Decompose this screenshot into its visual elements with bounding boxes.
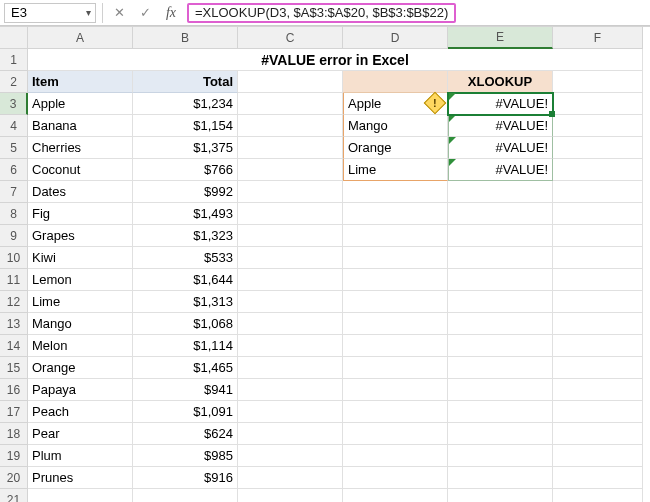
cell-F10[interactable] [553,247,643,269]
cell-B21[interactable] [133,489,238,502]
cell-E17[interactable] [448,401,553,423]
confirm-formula-button[interactable]: ✓ [135,3,155,23]
cell-E7[interactable] [448,181,553,203]
item-name[interactable]: Kiwi [28,247,133,269]
cell-E11[interactable] [448,269,553,291]
row-header-12[interactable]: 12 [0,291,28,313]
row-header-14[interactable]: 14 [0,335,28,357]
cell-A21[interactable] [28,489,133,502]
cell-F8[interactable] [553,203,643,225]
cell-F14[interactable] [553,335,643,357]
lookup-key[interactable]: Mango [343,115,448,137]
cell-D20[interactable] [343,467,448,489]
item-total[interactable]: $1,114 [133,335,238,357]
item-name[interactable]: Peach [28,401,133,423]
row-header-6[interactable]: 6 [0,159,28,181]
cell-C15[interactable] [238,357,343,379]
item-name[interactable]: Pear [28,423,133,445]
cell-D14[interactable] [343,335,448,357]
item-total[interactable]: $1,493 [133,203,238,225]
cell-F20[interactable] [553,467,643,489]
formula-input[interactable]: =XLOOKUP(D3, $A$3:$A$20, $B$3:$B$22) [187,3,456,23]
row-header-7[interactable]: 7 [0,181,28,203]
cell-F16[interactable] [553,379,643,401]
row-header-10[interactable]: 10 [0,247,28,269]
row-header-1[interactable]: 1 [0,49,28,71]
cell-F9[interactable] [553,225,643,247]
cell-C8[interactable] [238,203,343,225]
row-header-9[interactable]: 9 [0,225,28,247]
cell-E21[interactable] [448,489,553,502]
row-header-11[interactable]: 11 [0,269,28,291]
item-name[interactable]: Fig [28,203,133,225]
cell-C18[interactable] [238,423,343,445]
column-header-F[interactable]: F [553,27,643,49]
insert-function-button[interactable]: fx [161,3,181,23]
item-name[interactable]: Melon [28,335,133,357]
item-total[interactable]: $1,068 [133,313,238,335]
cell-F11[interactable] [553,269,643,291]
item-total[interactable]: $985 [133,445,238,467]
cell-E15[interactable] [448,357,553,379]
cell-C4[interactable] [238,115,343,137]
cell-D21[interactable] [343,489,448,502]
column-header-D[interactable]: D [343,27,448,49]
row-header-4[interactable]: 4 [0,115,28,137]
header-lookup-key[interactable] [343,71,448,93]
cell-F4[interactable] [553,115,643,137]
cell-C19[interactable] [238,445,343,467]
cell-E16[interactable] [448,379,553,401]
item-name[interactable]: Orange [28,357,133,379]
row-header-17[interactable]: 17 [0,401,28,423]
select-all-corner[interactable] [0,27,28,49]
cell-D9[interactable] [343,225,448,247]
header-xlookup[interactable]: XLOOKUP [448,71,553,93]
item-name[interactable]: Plum [28,445,133,467]
cell-C5[interactable] [238,137,343,159]
cell-C14[interactable] [238,335,343,357]
cell-F6[interactable] [553,159,643,181]
item-name[interactable]: Dates [28,181,133,203]
cell-C11[interactable] [238,269,343,291]
row-header-19[interactable]: 19 [0,445,28,467]
cell-F13[interactable] [553,313,643,335]
row-header-5[interactable]: 5 [0,137,28,159]
item-name[interactable]: Prunes [28,467,133,489]
item-total[interactable]: $1,313 [133,291,238,313]
item-total[interactable]: $1,323 [133,225,238,247]
chevron-down-icon[interactable]: ▾ [86,7,91,18]
cell-D18[interactable] [343,423,448,445]
item-name[interactable]: Mango [28,313,133,335]
item-total[interactable]: $992 [133,181,238,203]
page-title[interactable]: #VALUE error in Excel [28,49,643,71]
cell-E12[interactable] [448,291,553,313]
cell-C16[interactable] [238,379,343,401]
item-total[interactable]: $1,465 [133,357,238,379]
cell-F17[interactable] [553,401,643,423]
cell-D8[interactable] [343,203,448,225]
row-header-16[interactable]: 16 [0,379,28,401]
row-header-18[interactable]: 18 [0,423,28,445]
item-name[interactable]: Cherries [28,137,133,159]
item-name[interactable]: Grapes [28,225,133,247]
cell-C17[interactable] [238,401,343,423]
cell-C2[interactable] [238,71,343,93]
item-name[interactable]: Coconut [28,159,133,181]
cell-D11[interactable] [343,269,448,291]
item-total[interactable]: $533 [133,247,238,269]
lookup-result[interactable]: #VALUE! [448,137,553,159]
item-name[interactable]: Lemon [28,269,133,291]
item-total[interactable]: $1,234 [133,93,238,115]
column-header-C[interactable]: C [238,27,343,49]
cell-C3[interactable] [238,93,343,115]
lookup-result[interactable]: #VALUE! [448,159,553,181]
item-name[interactable]: Banana [28,115,133,137]
cell-F12[interactable] [553,291,643,313]
item-name[interactable]: Apple [28,93,133,115]
lookup-result[interactable]: #VALUE!! [448,93,553,115]
cell-F2[interactable] [553,71,643,93]
cell-D12[interactable] [343,291,448,313]
row-header-8[interactable]: 8 [0,203,28,225]
item-name[interactable]: Papaya [28,379,133,401]
cell-E19[interactable] [448,445,553,467]
